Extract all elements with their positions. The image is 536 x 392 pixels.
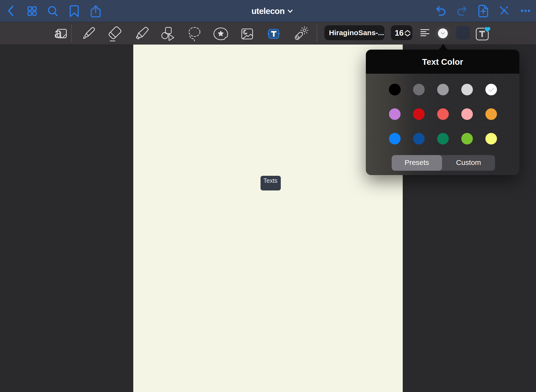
svg-text:a: a xyxy=(54,25,62,41)
